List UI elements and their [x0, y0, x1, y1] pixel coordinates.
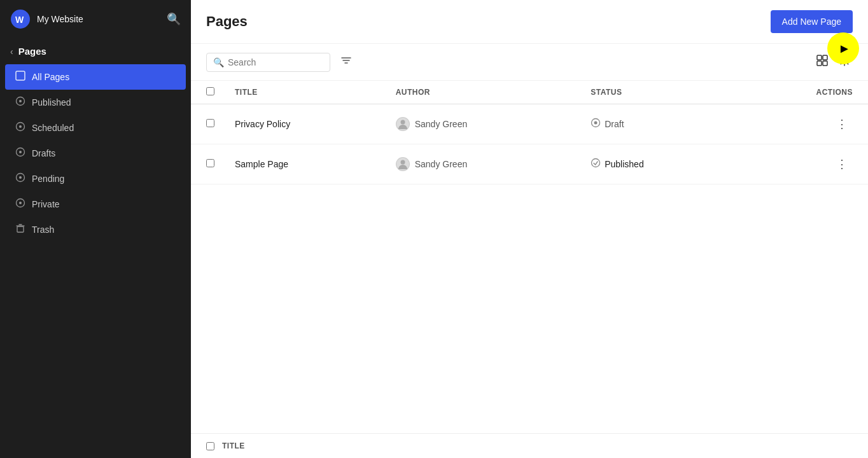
table-view-icon	[816, 54, 829, 67]
row-author: Sandy Green	[386, 104, 580, 144]
scheduled-icon	[15, 121, 25, 134]
svg-rect-2	[16, 71, 25, 80]
pending-icon	[15, 172, 25, 185]
svg-point-29	[400, 160, 405, 165]
site-name: My Website	[37, 14, 83, 24]
svg-rect-20	[823, 55, 827, 60]
sidebar-item-all-pages-label: All Pages	[32, 72, 69, 82]
filter-button[interactable]	[335, 52, 357, 72]
sidebar-section-header: ‹ Pages	[0, 38, 191, 62]
row-title[interactable]: Privacy Policy	[225, 104, 386, 144]
avatar-icon	[396, 117, 410, 131]
page-title: Pages	[206, 13, 248, 30]
status-label: Published	[605, 159, 644, 169]
row-title[interactable]: Sample Page	[225, 144, 386, 184]
svg-point-10	[19, 176, 22, 179]
author-avatar	[396, 157, 410, 171]
settings-icon	[839, 55, 850, 66]
author-name: Sandy Green	[415, 159, 468, 169]
svg-text:W: W	[15, 15, 24, 25]
svg-rect-13	[17, 226, 24, 232]
sidebar-section-title: Pages	[18, 46, 46, 57]
svg-point-25	[400, 120, 405, 125]
sidebar-header: W My Website 🔍	[0, 0, 191, 38]
sidebar-item-drafts[interactable]: Drafts	[5, 141, 186, 166]
published-status-icon	[591, 158, 601, 170]
select-all-header	[191, 81, 225, 104]
main-content: Pages Add New Page 🔍 ►	[191, 0, 868, 458]
svg-point-30	[592, 159, 600, 167]
svg-point-8	[19, 151, 22, 153]
table-footer: TITLE	[191, 433, 868, 458]
status-header: STATUS	[580, 81, 736, 104]
back-arrow-icon[interactable]: ‹	[10, 46, 13, 57]
settings-button[interactable]	[836, 52, 853, 72]
published-icon	[15, 96, 25, 109]
svg-rect-22	[823, 61, 827, 66]
sidebar-item-published[interactable]: Published	[5, 90, 186, 115]
search-input[interactable]	[228, 57, 323, 67]
table-header: TITLE AUTHOR STATUS ACTIONS	[191, 81, 868, 104]
sidebar: W My Website 🔍 ‹ Pages All Pages Publish…	[0, 0, 191, 458]
author-name: Sandy Green	[415, 119, 468, 129]
search-box[interactable]: 🔍	[206, 53, 330, 72]
sidebar-item-scheduled-label: Scheduled	[32, 123, 74, 133]
row-author: Sandy Green	[386, 144, 580, 184]
status-label: Draft	[605, 119, 624, 129]
svg-point-4	[19, 100, 22, 102]
draft-status-icon	[591, 118, 601, 130]
sidebar-search-icon[interactable]: 🔍	[167, 12, 181, 26]
row-select-cell	[191, 104, 225, 144]
row-actions-button[interactable]: ⋮	[831, 155, 853, 174]
filter-icon	[340, 55, 352, 66]
table-row: Sample Page Sandy Green	[191, 144, 868, 184]
row-actions: ⋮	[736, 104, 868, 144]
table-view-button[interactable]	[813, 52, 831, 73]
sidebar-nav: All Pages Published Scheduled Drafts Pen…	[0, 62, 191, 245]
sidebar-item-private-label: Private	[32, 199, 60, 209]
sidebar-item-pending[interactable]: Pending	[5, 166, 186, 191]
row-checkbox[interactable]	[206, 159, 214, 167]
toolbar-left: 🔍	[206, 52, 357, 72]
sidebar-item-private[interactable]: Private	[5, 191, 186, 217]
svg-point-23	[843, 59, 846, 62]
wordpress-logo: W	[10, 9, 31, 29]
pages-table: TITLE AUTHOR STATUS ACTIONS Privacy Poli…	[191, 81, 868, 433]
row-status: Draft	[580, 104, 736, 144]
trash-icon	[15, 223, 25, 236]
sidebar-item-trash-label: Trash	[32, 225, 54, 235]
svg-point-6	[19, 125, 22, 128]
sidebar-item-all-pages[interactable]: All Pages	[5, 64, 186, 90]
toolbar: 🔍 ►	[191, 44, 868, 81]
sidebar-item-published-label: Published	[32, 97, 71, 108]
select-all-checkbox[interactable]	[206, 87, 214, 95]
row-select-cell	[191, 144, 225, 184]
all-pages-icon	[15, 71, 25, 83]
row-status: Published	[580, 144, 736, 184]
svg-point-27	[594, 121, 598, 125]
sidebar-item-scheduled[interactable]: Scheduled	[5, 115, 186, 141]
toolbar-right: ►	[813, 52, 853, 73]
row-actions-button[interactable]: ⋮	[831, 114, 853, 134]
svg-point-12	[19, 202, 22, 204]
svg-rect-19	[817, 55, 822, 60]
private-icon	[15, 198, 25, 211]
author-header: AUTHOR	[386, 81, 580, 104]
sidebar-item-trash[interactable]: Trash	[5, 217, 186, 242]
search-icon: 🔍	[213, 57, 224, 67]
table-body: Privacy Policy Sandy Green	[191, 104, 868, 184]
main-header: Pages Add New Page	[191, 0, 868, 44]
footer-select-checkbox[interactable]	[206, 442, 214, 450]
sidebar-item-drafts-label: Drafts	[32, 148, 55, 158]
author-avatar	[396, 117, 410, 131]
avatar-icon	[396, 157, 410, 171]
footer-title-label: TITLE	[222, 441, 245, 450]
drafts-icon	[15, 147, 25, 160]
sidebar-item-pending-label: Pending	[32, 174, 64, 184]
row-actions: ⋮	[736, 144, 868, 184]
svg-rect-21	[817, 61, 822, 66]
pages-list-table: TITLE AUTHOR STATUS ACTIONS Privacy Poli…	[191, 81, 868, 184]
add-new-page-button[interactable]: Add New Page	[771, 10, 853, 33]
row-checkbox[interactable]	[206, 119, 214, 127]
title-header: TITLE	[225, 81, 386, 104]
